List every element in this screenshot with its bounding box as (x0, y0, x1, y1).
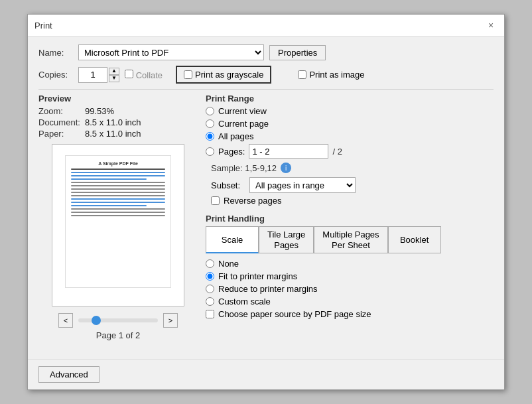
choose-paper-label: Choose paper source by PDF page size (218, 309, 371, 319)
printer-select[interactable]: Microsoft Print to PDF (78, 44, 264, 60)
all-pages-row: All pages (206, 131, 494, 141)
preview-line-11 (71, 202, 165, 203)
dialog-body: Name: Microsoft Print to PDF Properties … (28, 36, 504, 348)
document-row: Document: 8.5 x 11.0 inch (38, 117, 198, 127)
print-range-label: Print Range (206, 94, 494, 103)
preview-line-4 (71, 178, 147, 180)
collate-label: Collate (125, 70, 163, 80)
subset-select[interactable]: All pages in range Odd pages only Even p… (249, 177, 356, 193)
all-pages-label: All pages (218, 131, 253, 141)
preview-page: A Simple PDF File (65, 155, 171, 288)
grayscale-box: Print as grayscale (176, 66, 271, 84)
subset-label: Subset: (211, 180, 244, 190)
name-label: Name: (38, 48, 78, 58)
reverse-label: Reverse pages (224, 196, 281, 206)
copies-spinner: ▲ ▼ (109, 68, 119, 82)
pages-label: Pages: (218, 147, 245, 157)
choose-paper-checkbox[interactable] (206, 310, 214, 318)
next-page-button[interactable]: > (163, 313, 178, 328)
grayscale-label: Print as grayscale (195, 70, 263, 80)
custom-scale-row: Custom scale (206, 297, 494, 306)
current-view-radio[interactable] (206, 107, 214, 115)
document-value: 8.5 x 11.0 inch (85, 117, 141, 127)
sample-row: Sample: 1,5-9,12 i (206, 163, 494, 173)
properties-button[interactable]: Properties (269, 45, 326, 60)
document-label: Document: (38, 117, 85, 127)
print-handling-section: Print Handling Scale Tile Large Pages Mu… (206, 214, 494, 319)
copies-row: Copies: 1 ▲ ▼ Collate Print as grayscale… (38, 66, 494, 84)
grayscale-checkbox[interactable] (184, 70, 192, 79)
preview-line-6 (71, 185, 165, 186)
preview-line-3 (71, 175, 165, 176)
current-page-row: Current page (206, 119, 494, 129)
none-radio[interactable] (206, 259, 214, 268)
print-image-checkbox[interactable] (298, 70, 306, 79)
left-panel: Preview Zoom: 99.53% Document: 8.5 x 11.… (38, 94, 198, 340)
main-content: Preview Zoom: 99.53% Document: 8.5 x 11.… (38, 94, 494, 340)
fit-printer-radio[interactable] (206, 272, 214, 281)
preview-nav: < > (38, 313, 198, 328)
preview-line-14 (71, 212, 165, 213)
multiple-pages-button[interactable]: Multiple Pages Per Sheet (314, 226, 387, 253)
preview-box: A Simple PDF File (52, 144, 184, 306)
prev-page-button[interactable]: < (58, 313, 73, 328)
preview-section-label: Preview (38, 94, 198, 103)
current-view-label: Current view (218, 106, 267, 116)
fit-printer-row: Fit to printer margins (206, 271, 494, 281)
booklet-button[interactable]: Booklet (388, 226, 441, 253)
current-view-row: Current view (206, 106, 494, 116)
print-handling-label: Print Handling (206, 214, 494, 224)
custom-scale-label: Custom scale (218, 297, 271, 306)
bottom-bar: Advanced (28, 359, 504, 389)
copies-down[interactable]: ▼ (109, 75, 119, 82)
copies-input[interactable]: 1 (78, 67, 107, 83)
preview-line-7 (71, 188, 165, 190)
page-info: Page 1 of 2 (38, 330, 198, 340)
custom-scale-radio[interactable] (206, 297, 214, 306)
paper-value: 8.5 x 11.0 inch (85, 129, 141, 139)
right-panel: Print Range Current view Current page Al… (206, 94, 494, 340)
reverse-row: Reverse pages (206, 196, 494, 206)
page-slider-thumb[interactable] (92, 316, 101, 325)
zoom-label: Zoom: (38, 106, 85, 116)
print-image-label: Print as image (298, 70, 364, 80)
paper-row: Paper: 8.5 x 11.0 inch (38, 129, 198, 139)
preview-line-13 (71, 208, 165, 210)
subset-row: Subset: All pages in range Odd pages onl… (206, 177, 494, 193)
zoom-row: Zoom: 99.53% (38, 106, 198, 116)
pages-input[interactable] (249, 144, 328, 159)
reverse-checkbox[interactable] (211, 196, 220, 205)
preview-line-12 (71, 205, 147, 206)
sample-text: Sample: 1,5-9,12 (211, 163, 277, 173)
copies-up[interactable]: ▲ (109, 68, 119, 75)
scale-button[interactable]: Scale (206, 226, 259, 253)
none-label: None (218, 259, 239, 269)
preview-line-1 (71, 168, 165, 170)
all-pages-radio[interactable] (206, 132, 214, 141)
copies-label: Copies: (38, 70, 78, 80)
choose-paper-row: Choose paper source by PDF page size (206, 309, 494, 319)
preview-line-8 (71, 192, 165, 193)
sample-info-icon[interactable]: i (281, 163, 291, 173)
print-range-section: Print Range Current view Current page Al… (206, 94, 494, 206)
print-dialog: Print × Name: Microsoft Print to PDF Pro… (27, 14, 505, 390)
preview-line-9 (71, 195, 165, 196)
handling-buttons: Scale Tile Large Pages Multiple Pages Pe… (206, 226, 494, 253)
preview-line-2 (71, 172, 165, 173)
current-page-radio[interactable] (206, 119, 214, 128)
preview-line-15 (71, 215, 165, 216)
paper-label: Paper: (38, 129, 85, 139)
zoom-value: 99.53% (85, 106, 114, 116)
current-page-label: Current page (218, 119, 269, 129)
pages-radio[interactable] (206, 147, 214, 156)
name-row: Name: Microsoft Print to PDF Properties (38, 44, 494, 60)
pages-total: / 2 (332, 147, 342, 157)
fit-printer-label: Fit to printer margins (218, 271, 297, 281)
preview-info: Zoom: 99.53% Document: 8.5 x 11.0 inch P… (38, 106, 198, 139)
close-button[interactable]: × (484, 19, 498, 32)
collate-checkbox[interactable] (125, 70, 133, 78)
advanced-button[interactable]: Advanced (38, 366, 100, 383)
tile-large-button[interactable]: Tile Large Pages (259, 226, 314, 253)
preview-page-title: A Simple PDF File (71, 161, 165, 166)
reduce-printer-radio[interactable] (206, 285, 214, 293)
